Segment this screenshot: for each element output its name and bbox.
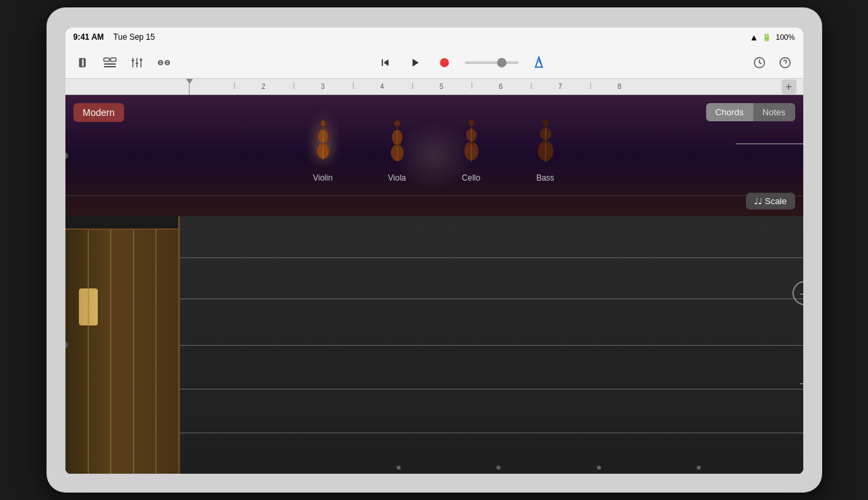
bass-body[interactable]: [180, 216, 803, 474]
svg-point-42: [542, 120, 549, 126]
string-4: [180, 389, 803, 389]
svg-rect-8: [132, 60, 134, 61]
violin-image: [306, 115, 340, 169]
svg-rect-9: [136, 63, 138, 64]
mixer-button[interactable]: [127, 54, 146, 71]
tempo-button[interactable]: [751, 54, 768, 71]
bass-neck: [65, 216, 180, 474]
instrument-area: Modern Chords Notes: [65, 95, 803, 216]
svg-point-36: [468, 120, 474, 126]
toolbar: [65, 46, 803, 79]
floor-line: [65, 195, 803, 196]
ipad-screen: 9:41 AM Tue Sep 15 ▲ 🔋 100%: [65, 28, 803, 474]
neck-fret-1: [88, 216, 89, 474]
svg-rect-1: [104, 58, 109, 61]
volume-slider[interactable]: [465, 61, 519, 64]
viola-image: [380, 115, 414, 169]
back-button[interactable]: [75, 54, 92, 71]
ruler-mark-8: 8: [590, 83, 649, 90]
play-button[interactable]: [405, 53, 424, 72]
neck-fret-3: [133, 216, 134, 474]
ruler-mark-5: 5: [412, 83, 471, 90]
cello-image: [455, 115, 488, 169]
violin-instrument[interactable]: Violin: [306, 115, 340, 183]
cello-instrument[interactable]: Cello: [455, 115, 488, 183]
ruler-marks: 2 3 4 5 6 7 8: [187, 83, 803, 90]
metronome-button[interactable]: [529, 53, 548, 73]
ipad-frame: 9:41 AM Tue Sep 15 ▲ 🔋 100%: [47, 7, 822, 493]
annotation-line-3: [800, 383, 803, 384]
rewind-button[interactable]: [376, 53, 395, 72]
modern-button[interactable]: Modern: [74, 103, 124, 122]
toolbar-right: [751, 54, 794, 71]
neck-fret-4: [155, 216, 156, 474]
cello-label: Cello: [462, 173, 480, 183]
notes-button[interactable]: Notes: [753, 103, 795, 121]
track-view-button[interactable]: [100, 55, 119, 71]
string-2: [180, 299, 803, 299]
svg-rect-10: [140, 59, 142, 61]
violin-label: Violin: [313, 173, 332, 183]
svg-point-15: [440, 58, 449, 67]
string-3: [180, 345, 803, 346]
ruler-mark-7: 7: [531, 83, 590, 90]
wifi-icon: ▲: [749, 32, 758, 42]
scroll-dot-4: [697, 466, 701, 470]
add-track-button[interactable]: +: [782, 80, 797, 94]
status-time: 9:41 AM: [74, 32, 105, 42]
ruler-mark-2: 2: [234, 83, 293, 90]
scale-button[interactable]: ♩♩ Scale: [746, 193, 794, 210]
svg-rect-0: [79, 58, 82, 67]
scroll-dot-3: [597, 466, 601, 470]
status-icons: ▲ 🔋 100%: [749, 32, 794, 42]
volume-thumb[interactable]: [497, 58, 507, 67]
ruler-mark-6: 6: [471, 83, 531, 90]
scroll-dot-2: [496, 466, 500, 470]
neck-nut: [65, 216, 178, 230]
svg-rect-3: [104, 63, 116, 65]
toolbar-left: [75, 54, 173, 71]
svg-rect-4: [104, 66, 116, 67]
scroll-dot-1: [397, 466, 401, 470]
chords-button[interactable]: Chords: [706, 103, 753, 121]
svg-point-24: [320, 121, 325, 127]
status-bar: 9:41 AM Tue Sep 15 ▲ 🔋 100%: [65, 28, 803, 46]
help-button[interactable]: [776, 54, 794, 71]
timeline-ruler: 2 3 4 5 6 7 8 +: [65, 79, 803, 95]
neck-fret-2: [110, 216, 111, 474]
battery-percent: 100%: [776, 33, 794, 41]
scroll-dots: [295, 466, 803, 470]
ruler-mark-4: 4: [353, 83, 412, 90]
chords-notes-toggle: Chords Notes: [706, 103, 795, 121]
bass-image: [529, 115, 562, 169]
instruments-row: Violin: [65, 95, 803, 183]
strings-area[interactable]: [65, 216, 803, 474]
battery-icon: 🔋: [762, 33, 772, 42]
record-button[interactable]: [435, 53, 454, 72]
bass-label: Bass: [536, 173, 554, 183]
viola-instrument[interactable]: Viola: [380, 115, 414, 183]
string-1: [180, 257, 803, 258]
string-5: [180, 433, 803, 433]
bass-instrument[interactable]: Bass: [529, 115, 562, 183]
svg-rect-2: [111, 58, 116, 61]
svg-point-30: [394, 121, 400, 127]
viola-label: Viola: [388, 173, 405, 183]
toolbar-center: [376, 53, 548, 73]
main-content: Modern Chords Notes: [65, 95, 803, 474]
ruler-mark-3: 3: [293, 83, 353, 90]
annotation-line-1: [736, 144, 803, 144]
status-date: Tue Sep 15: [113, 32, 155, 42]
smart-controls-button[interactable]: [154, 54, 173, 71]
